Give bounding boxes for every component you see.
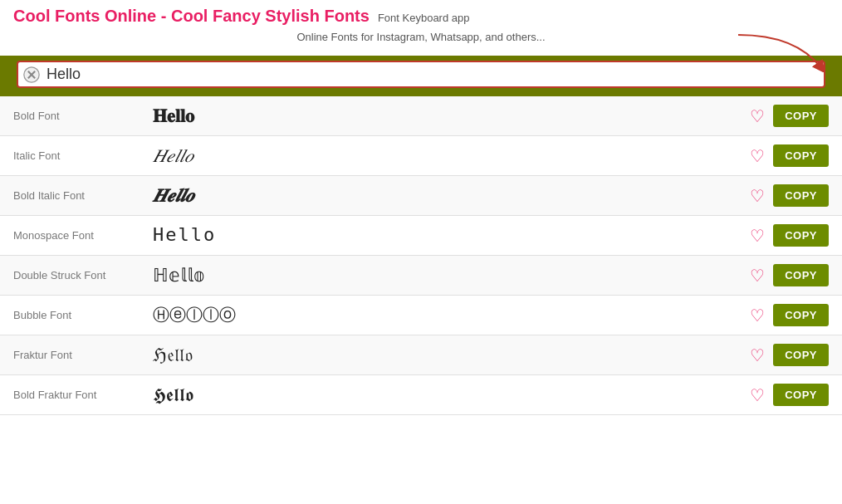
- font-preview-bold: 𝐇𝐞𝐥𝐥𝐨: [146, 105, 750, 127]
- copy-button-bold-fraktur[interactable]: COPY: [773, 384, 829, 406]
- font-preview-fraktur: ℌ𝔢𝔩𝔩𝔬: [146, 345, 750, 366]
- arrow-decoration: [730, 31, 830, 72]
- font-label-bold-fraktur: Bold Fraktur Font: [13, 389, 146, 401]
- copy-button-fraktur[interactable]: COPY: [773, 344, 829, 366]
- copy-button-monospace[interactable]: COPY: [773, 224, 829, 247]
- font-label-monospace: Monospace Font: [13, 229, 146, 242]
- font-row-bubble: Bubble Font Ⓗⓔⓛⓛⓞ ♡ COPY: [0, 296, 842, 335]
- font-label-double-struck: Double Struck Font: [13, 269, 146, 281]
- heart-button-monospace[interactable]: ♡: [750, 226, 765, 246]
- copy-button-bold-italic[interactable]: COPY: [773, 184, 829, 207]
- heart-icon-bold-fraktur: ♡: [750, 386, 765, 404]
- font-preview-bold-italic: 𝑯𝒆𝒍𝒍𝒐: [146, 185, 750, 207]
- font-row-italic: Italic Font 𝐻𝑒𝑙𝑙𝑜 ♡ COPY: [0, 136, 842, 176]
- font-label-bold: Bold Font: [13, 110, 146, 122]
- font-label-fraktur: Fraktur Font: [13, 349, 146, 361]
- heart-button-italic[interactable]: ♡: [750, 146, 765, 166]
- heart-button-bold[interactable]: ♡: [750, 106, 765, 126]
- copy-button-bold[interactable]: COPY: [773, 105, 829, 127]
- font-preview-bubble: Ⓗⓔⓛⓛⓞ: [146, 304, 750, 326]
- font-row-bold-fraktur: Bold Fraktur Font 𝕳𝖊𝖑𝖑𝖔 ♡ COPY: [0, 375, 842, 415]
- heart-button-double-struck[interactable]: ♡: [750, 266, 765, 286]
- heart-icon-bubble: ♡: [750, 306, 765, 325]
- heart-button-fraktur[interactable]: ♡: [750, 345, 765, 365]
- font-row-monospace: Monospace Font 𝙷𝚎𝚕𝚕𝚘 ♡ COPY: [0, 216, 842, 256]
- font-label-bubble: Bubble Font: [13, 309, 146, 321]
- search-wrapper: [17, 61, 825, 88]
- font-preview-italic: 𝐻𝑒𝑙𝑙𝑜: [146, 145, 750, 167]
- font-row-bold: Bold Font 𝐇𝐞𝐥𝐥𝐨 ♡ COPY: [0, 96, 842, 136]
- copy-button-double-struck[interactable]: COPY: [773, 264, 829, 286]
- font-preview-monospace: 𝙷𝚎𝚕𝚕𝚘: [146, 224, 750, 247]
- font-preview-bold-fraktur: 𝕳𝖊𝖑𝖑𝖔: [146, 384, 750, 406]
- app-label: Font Keyboard app: [378, 12, 470, 24]
- clear-button[interactable]: [23, 66, 40, 83]
- site-title: Cool Fonts Online - Cool Fancy Stylish F…: [13, 7, 370, 26]
- heart-button-bold-fraktur[interactable]: ♡: [750, 385, 765, 405]
- font-label-bold-italic: Bold Italic Font: [13, 189, 146, 202]
- font-label-italic: Italic Font: [13, 149, 146, 162]
- heart-icon-double-struck: ♡: [750, 267, 765, 285]
- font-row-fraktur: Fraktur Font ℌ𝔢𝔩𝔩𝔬 ♡ COPY: [0, 335, 842, 375]
- subtitle: Online Fonts for Instagram, Whatsapp, an…: [0, 31, 842, 43]
- font-list: Bold Font 𝐇𝐞𝐥𝐥𝐨 ♡ COPY Italic Font 𝐻𝑒𝑙𝑙𝑜…: [0, 96, 842, 415]
- font-row-double-struck: Double Struck Font ℍ𝕖𝕝𝕝𝕠 ♡ COPY: [0, 256, 842, 296]
- heart-icon-fraktur: ♡: [750, 346, 765, 365]
- heart-button-bold-italic[interactable]: ♡: [750, 186, 765, 206]
- heart-icon-italic: ♡: [750, 147, 765, 165]
- heart-button-bubble[interactable]: ♡: [750, 306, 765, 325]
- heart-icon-bold: ♡: [750, 107, 765, 125]
- clear-icon: [23, 66, 40, 83]
- copy-button-bubble[interactable]: COPY: [773, 304, 829, 326]
- heart-icon-monospace: ♡: [750, 227, 765, 245]
- font-preview-double-struck: ℍ𝕖𝕝𝕝𝕠: [146, 265, 750, 286]
- copy-button-italic[interactable]: COPY: [773, 144, 829, 167]
- search-input[interactable]: [47, 66, 819, 83]
- font-row-bold-italic: Bold Italic Font 𝑯𝒆𝒍𝒍𝒐 ♡ COPY: [0, 176, 842, 216]
- heart-icon-bold-italic: ♡: [750, 187, 765, 205]
